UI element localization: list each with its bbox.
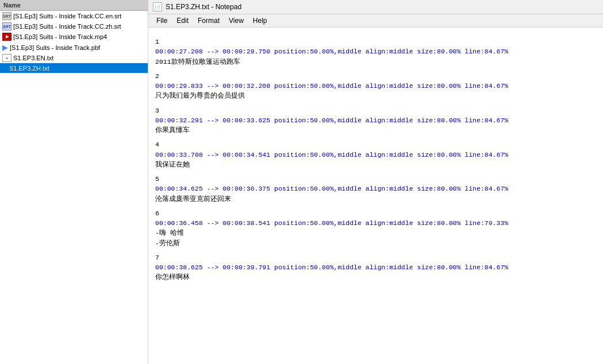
content-line: 2011款特斯拉敞篷运动跑车	[155, 57, 596, 67]
main-area: 📄 S1.EP3.ZH.txt - Notepad FileEditFormat…	[148, 0, 603, 364]
sidebar-item-label: [S1.Ep3] Suits - Inside Track.CC.en.srt	[13, 13, 121, 20]
content-line: 只为我们最为尊贵的会员提供	[155, 91, 596, 100]
menu-item-view[interactable]: View	[224, 16, 248, 26]
sidebar-item-s1ep3-cc-zh[interactable]: SRT[S1.Ep3] Suits - Inside Track.CC.zh.s…	[0, 21, 148, 32]
sidebar-item-label: S1.EP3.EN.txt	[13, 55, 53, 61]
notepad-title: S1.EP3.ZH.txt - Notepad	[166, 3, 241, 11]
content-line: 你怎样啊林	[155, 272, 596, 282]
timing-line: 00:00:29.833 --> 00:00:32.208 position:5…	[155, 81, 596, 91]
subtitle-block: 300:00:32.291 --> 00:00:33.625 position:…	[155, 106, 596, 135]
content-line: -嗨 哈维	[155, 228, 596, 238]
block-number: 6	[155, 208, 596, 218]
block-number: 7	[155, 253, 596, 262]
mp4-icon: ▶	[2, 33, 11, 41]
block-number: 4	[155, 140, 596, 149]
editor-area[interactable]: 100:00:27.208 --> 00:00:29.750 position:…	[148, 28, 603, 364]
sidebar-item-s1ep3-mp4[interactable]: ▶[S1.Ep3] Suits - Inside Track.mp4	[0, 32, 148, 42]
sidebar-item-s1ep3-en-txt[interactable]: ≡S1.EP3.EN.txt	[0, 53, 148, 63]
menubar: FileEditFormatViewHelp	[148, 14, 603, 28]
txt-checked-icon: ☑	[2, 64, 8, 72]
content-line: 你果真懂车	[155, 125, 596, 135]
block-number: 2	[155, 71, 596, 81]
content-line: -劳伦斯	[155, 238, 596, 248]
timing-line: 00:00:33.708 --> 00:00:34.541 position:5…	[155, 150, 596, 160]
timing-line: 00:00:27.208 --> 00:00:29.750 position:5…	[155, 47, 596, 56]
sidebar-item-s1ep3-pbf[interactable]: ▶[S1.Ep3] Suits - Inside Track.pbf	[0, 42, 148, 53]
sidebar: Name SRT[S1.Ep3] Suits - Inside Track.CC…	[0, 0, 148, 364]
timing-line: 00:00:32.291 --> 00:00:33.625 position:5…	[155, 115, 596, 125]
block-number: 3	[155, 106, 596, 115]
subtitle-block: 500:00:34.625 --> 00:00:36.375 position:…	[155, 174, 596, 204]
block-number: 1	[155, 37, 596, 47]
sidebar-item-label: S1.EP3.ZH.txt	[9, 65, 49, 72]
menu-item-help[interactable]: Help	[248, 16, 272, 26]
content-line: 沦落成庞蒂亚克前还回来	[155, 194, 596, 204]
sidebar-items-container: SRT[S1.Ep3] Suits - Inside Track.CC.en.s…	[0, 11, 148, 73]
timing-line: 00:00:38.625 --> 00:00:39.791 position:5…	[155, 262, 596, 272]
subtitle-block: 200:00:29.833 --> 00:00:32.208 position:…	[155, 71, 596, 101]
sidebar-item-label: [S1.Ep3] Suits - Inside Track.mp4	[13, 33, 107, 40]
subtitle-block: 700:00:38.625 --> 00:00:39.791 position:…	[155, 253, 596, 282]
sidebar-item-label: [S1.Ep3] Suits - Inside Track.CC.zh.srt	[13, 23, 121, 30]
notepad-icon: 📄	[153, 2, 162, 11]
subtitle-block: 400:00:33.708 --> 00:00:34.541 position:…	[155, 140, 596, 169]
subtitle-block: 600:00:36.458 --> 00:00:38.541 position:…	[155, 208, 596, 248]
sidebar-item-s1ep3-cc-en[interactable]: SRT[S1.Ep3] Suits - Inside Track.CC.en.s…	[0, 11, 148, 21]
timing-line: 00:00:34.625 --> 00:00:36.375 position:5…	[155, 184, 596, 193]
block-number: 5	[155, 174, 596, 184]
txt-icon: ≡	[2, 54, 11, 62]
menu-item-file[interactable]: File	[152, 16, 172, 26]
pbf-icon: ▶	[2, 43, 8, 52]
srt-blue-icon: SRT	[2, 22, 11, 30]
notepad-titlebar: 📄 S1.EP3.ZH.txt - Notepad	[148, 0, 603, 14]
menu-item-format[interactable]: Format	[193, 16, 224, 26]
sidebar-header: Name	[0, 0, 148, 11]
srt-icon: SRT	[2, 12, 11, 20]
content-line: 我保证在她	[155, 160, 596, 169]
timing-line: 00:00:36.458 --> 00:00:38.541 position:5…	[155, 218, 596, 228]
sidebar-item-s1ep3-zh-txt[interactable]: ☑S1.EP3.ZH.txt	[0, 63, 148, 73]
sidebar-item-label: [S1.Ep3] Suits - Inside Track.pbf	[10, 44, 100, 51]
subtitle-block: 100:00:27.208 --> 00:00:29.750 position:…	[155, 37, 596, 67]
menu-item-edit[interactable]: Edit	[172, 16, 193, 26]
